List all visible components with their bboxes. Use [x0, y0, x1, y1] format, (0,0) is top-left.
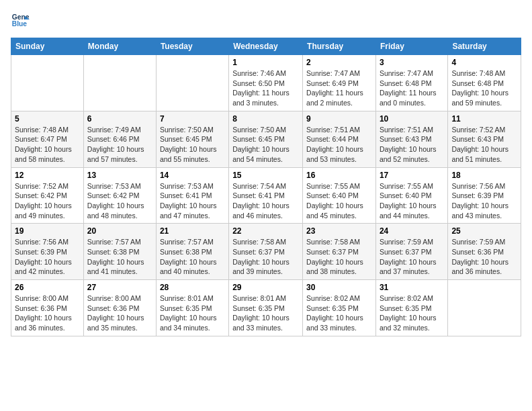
- day-info: Sunrise: 7:56 AM Sunset: 6:39 PM Dayligh…: [451, 181, 517, 221]
- calendar-cell: 21Sunrise: 7:57 AM Sunset: 6:38 PM Dayli…: [156, 224, 228, 280]
- day-info: Sunrise: 7:48 AM Sunset: 6:48 PM Dayligh…: [451, 68, 517, 108]
- calendar-cell: 7Sunrise: 7:50 AM Sunset: 6:45 PM Daylig…: [156, 111, 228, 167]
- day-number: 15: [232, 171, 299, 180]
- calendar-cell: 24Sunrise: 7:59 AM Sunset: 6:37 PM Dayli…: [375, 224, 447, 280]
- day-number: 19: [15, 226, 80, 236]
- calendar-cell: 3Sunrise: 7:47 AM Sunset: 6:48 PM Daylig…: [375, 55, 447, 111]
- day-info: Sunrise: 8:02 AM Sunset: 6:35 PM Dayligh…: [380, 293, 444, 333]
- day-number: 13: [87, 171, 152, 180]
- day-number: 23: [306, 226, 372, 236]
- day-number: 24: [380, 226, 444, 236]
- day-info: Sunrise: 7:51 AM Sunset: 6:44 PM Dayligh…: [306, 125, 372, 165]
- day-number: 16: [306, 171, 372, 180]
- calendar-cell: 22Sunrise: 7:58 AM Sunset: 6:37 PM Dayli…: [229, 224, 303, 280]
- calendar-cell: 29Sunrise: 8:01 AM Sunset: 6:35 PM Dayli…: [229, 280, 303, 336]
- day-number: 1: [232, 58, 299, 67]
- day-number: 10: [380, 114, 444, 124]
- day-number: 21: [160, 226, 225, 236]
- calendar-cell: 28Sunrise: 8:01 AM Sunset: 6:35 PM Dayli…: [156, 280, 228, 336]
- day-info: Sunrise: 8:00 AM Sunset: 6:36 PM Dayligh…: [87, 293, 152, 333]
- logo-icon: General Blue: [11, 11, 30, 30]
- day-info: Sunrise: 7:58 AM Sunset: 6:37 PM Dayligh…: [232, 237, 299, 277]
- day-info: Sunrise: 7:56 AM Sunset: 6:39 PM Dayligh…: [15, 237, 80, 277]
- calendar-week-row: 19Sunrise: 7:56 AM Sunset: 6:39 PM Dayli…: [11, 224, 521, 280]
- calendar-week-row: 1Sunrise: 7:46 AM Sunset: 6:50 PM Daylig…: [11, 55, 521, 111]
- logo: General Blue: [11, 11, 30, 30]
- calendar-cell: 17Sunrise: 7:55 AM Sunset: 6:40 PM Dayli…: [375, 167, 447, 224]
- calendar-cell: 19Sunrise: 7:56 AM Sunset: 6:39 PM Dayli…: [11, 224, 84, 280]
- day-info: Sunrise: 8:00 AM Sunset: 6:36 PM Dayligh…: [15, 293, 80, 333]
- day-number: 31: [380, 283, 444, 292]
- weekday-header-wednesday: Wednesday: [229, 38, 303, 55]
- day-info: Sunrise: 7:47 AM Sunset: 6:49 PM Dayligh…: [306, 68, 372, 108]
- calendar-cell: 16Sunrise: 7:55 AM Sunset: 6:40 PM Dayli…: [303, 167, 376, 224]
- calendar-cell: [156, 55, 228, 111]
- day-number: 26: [15, 283, 80, 292]
- day-info: Sunrise: 7:55 AM Sunset: 6:40 PM Dayligh…: [306, 181, 372, 221]
- weekday-header-friday: Friday: [375, 38, 447, 55]
- calendar-cell: 15Sunrise: 7:54 AM Sunset: 6:41 PM Dayli…: [229, 167, 303, 224]
- weekday-header-saturday: Saturday: [448, 38, 521, 55]
- calendar-cell: 18Sunrise: 7:56 AM Sunset: 6:39 PM Dayli…: [448, 167, 521, 224]
- calendar-cell: 8Sunrise: 7:50 AM Sunset: 6:45 PM Daylig…: [229, 111, 303, 167]
- day-info: Sunrise: 7:48 AM Sunset: 6:47 PM Dayligh…: [15, 125, 80, 165]
- day-info: Sunrise: 7:53 AM Sunset: 6:42 PM Dayligh…: [87, 181, 152, 221]
- day-info: Sunrise: 7:52 AM Sunset: 6:43 PM Dayligh…: [451, 125, 517, 165]
- calendar-cell: 23Sunrise: 7:58 AM Sunset: 6:37 PM Dayli…: [303, 224, 376, 280]
- calendar-cell: 26Sunrise: 8:00 AM Sunset: 6:36 PM Dayli…: [11, 280, 84, 336]
- day-info: Sunrise: 7:57 AM Sunset: 6:38 PM Dayligh…: [160, 237, 225, 277]
- day-number: 29: [232, 283, 299, 292]
- day-info: Sunrise: 7:54 AM Sunset: 6:41 PM Dayligh…: [232, 181, 299, 221]
- day-number: 8: [232, 114, 299, 124]
- day-info: Sunrise: 7:59 AM Sunset: 6:36 PM Dayligh…: [451, 237, 517, 277]
- day-number: 3: [380, 58, 444, 67]
- weekday-header-sunday: Sunday: [11, 38, 84, 55]
- day-number: 4: [451, 58, 517, 67]
- calendar-cell: 5Sunrise: 7:48 AM Sunset: 6:47 PM Daylig…: [11, 111, 84, 167]
- day-info: Sunrise: 7:55 AM Sunset: 6:40 PM Dayligh…: [380, 181, 444, 221]
- day-info: Sunrise: 7:57 AM Sunset: 6:38 PM Dayligh…: [87, 237, 152, 277]
- day-number: 20: [87, 226, 152, 236]
- day-number: 6: [87, 114, 152, 124]
- weekday-header-row: SundayMondayTuesdayWednesdayThursdayFrid…: [11, 38, 521, 55]
- day-info: Sunrise: 7:51 AM Sunset: 6:43 PM Dayligh…: [380, 125, 444, 165]
- calendar-cell: 27Sunrise: 8:00 AM Sunset: 6:36 PM Dayli…: [83, 280, 156, 336]
- day-number: 7: [160, 114, 225, 124]
- weekday-header-thursday: Thursday: [303, 38, 376, 55]
- weekday-header-tuesday: Tuesday: [156, 38, 228, 55]
- calendar-cell: 13Sunrise: 7:53 AM Sunset: 6:42 PM Dayli…: [83, 167, 156, 224]
- calendar-cell: 2Sunrise: 7:47 AM Sunset: 6:49 PM Daylig…: [303, 55, 376, 111]
- calendar-week-row: 5Sunrise: 7:48 AM Sunset: 6:47 PM Daylig…: [11, 111, 521, 167]
- day-number: 2: [306, 58, 372, 67]
- calendar-cell: 4Sunrise: 7:48 AM Sunset: 6:48 PM Daylig…: [448, 55, 521, 111]
- day-info: Sunrise: 7:49 AM Sunset: 6:46 PM Dayligh…: [87, 125, 152, 165]
- day-info: Sunrise: 8:01 AM Sunset: 6:35 PM Dayligh…: [232, 293, 299, 333]
- day-number: 11: [451, 114, 517, 124]
- calendar-cell: [83, 55, 156, 111]
- day-info: Sunrise: 7:52 AM Sunset: 6:42 PM Dayligh…: [15, 181, 80, 221]
- page-header: General Blue: [11, 11, 521, 30]
- calendar-week-row: 12Sunrise: 7:52 AM Sunset: 6:42 PM Dayli…: [11, 167, 521, 224]
- day-info: Sunrise: 7:47 AM Sunset: 6:48 PM Dayligh…: [380, 68, 444, 108]
- day-number: 27: [87, 283, 152, 292]
- day-number: 9: [306, 114, 372, 124]
- weekday-header-monday: Monday: [83, 38, 156, 55]
- calendar-cell: 14Sunrise: 7:53 AM Sunset: 6:41 PM Dayli…: [156, 167, 228, 224]
- day-info: Sunrise: 8:01 AM Sunset: 6:35 PM Dayligh…: [160, 293, 225, 333]
- calendar-cell: 31Sunrise: 8:02 AM Sunset: 6:35 PM Dayli…: [375, 280, 447, 336]
- day-info: Sunrise: 7:50 AM Sunset: 6:45 PM Dayligh…: [160, 125, 225, 165]
- day-number: 12: [15, 171, 80, 180]
- day-number: 5: [15, 114, 80, 124]
- day-info: Sunrise: 7:50 AM Sunset: 6:45 PM Dayligh…: [232, 125, 299, 165]
- day-info: Sunrise: 8:02 AM Sunset: 6:35 PM Dayligh…: [306, 293, 372, 333]
- calendar-cell: 10Sunrise: 7:51 AM Sunset: 6:43 PM Dayli…: [375, 111, 447, 167]
- calendar-cell: 1Sunrise: 7:46 AM Sunset: 6:50 PM Daylig…: [229, 55, 303, 111]
- day-info: Sunrise: 7:59 AM Sunset: 6:37 PM Dayligh…: [380, 237, 444, 277]
- calendar-cell: [448, 280, 521, 336]
- day-number: 25: [451, 226, 517, 236]
- calendar-cell: 6Sunrise: 7:49 AM Sunset: 6:46 PM Daylig…: [83, 111, 156, 167]
- calendar-cell: 11Sunrise: 7:52 AM Sunset: 6:43 PM Dayli…: [448, 111, 521, 167]
- day-info: Sunrise: 7:58 AM Sunset: 6:37 PM Dayligh…: [306, 237, 372, 277]
- calendar-cell: 20Sunrise: 7:57 AM Sunset: 6:38 PM Dayli…: [83, 224, 156, 280]
- day-number: 28: [160, 283, 225, 292]
